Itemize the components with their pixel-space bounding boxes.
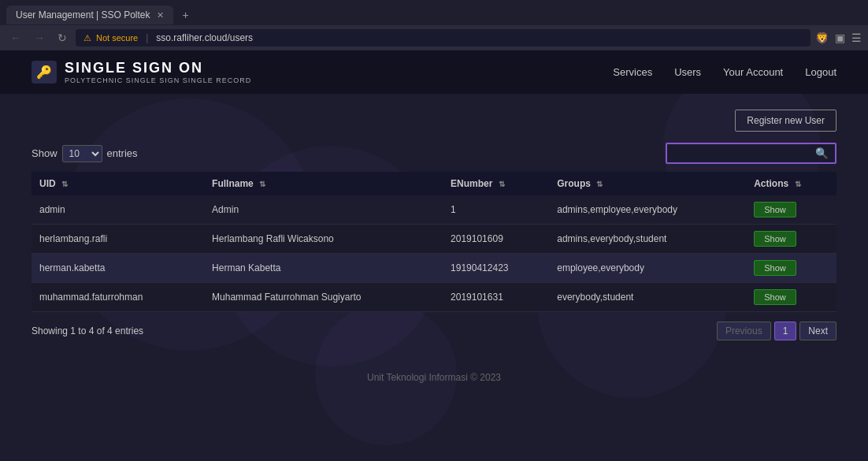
col-uid[interactable]: UID ⇅	[32, 172, 204, 195]
reload-button[interactable]: ↻	[54, 29, 71, 46]
top-bar: Register new User	[32, 110, 836, 132]
forward-button[interactable]: →	[30, 29, 49, 46]
cell-fullname: Muhammad Faturrohman Sugiyarto	[204, 283, 443, 312]
cell-uid: herlambang.rafli	[32, 225, 204, 254]
cell-groups: admins,employee,everybody	[549, 195, 746, 225]
sort-enumber-icon: ⇅	[499, 180, 505, 188]
brave-icon: 🦁	[815, 32, 829, 44]
sort-fullname-icon: ⇅	[259, 180, 265, 188]
brand-title: SINGLE SIGN ON	[65, 60, 251, 76]
separator: |	[146, 32, 148, 43]
table-row: muhammad.faturrohmanMuhammad Faturrohman…	[32, 283, 836, 312]
register-new-user-button[interactable]: Register new User	[735, 110, 836, 132]
table-row: adminAdmin1admins,employee,everybodyShow	[32, 195, 836, 225]
address-bar[interactable]: ⚠ Not secure | sso.rafliher.cloud/users	[76, 29, 811, 46]
nav-services[interactable]: Services	[613, 66, 652, 78]
footer-text: Unit Teknologi Informasi © 2023	[367, 372, 501, 383]
sort-groups-icon: ⇅	[596, 180, 603, 188]
cell-fullname: Admin	[204, 195, 443, 225]
nav-account[interactable]: Your Account	[723, 66, 783, 78]
pagination: Previous 1 Next	[717, 322, 836, 340]
show-user-button[interactable]: Show	[754, 202, 796, 217]
table-body: adminAdmin1admins,employee,everybodyShow…	[32, 195, 836, 312]
table-row: herlambang.rafliHerlambang Rafli Wicakso…	[32, 225, 836, 254]
browser-tab[interactable]: User Management | SSO Poltek ✕	[6, 6, 173, 24]
reader-icon[interactable]: ▣	[835, 32, 845, 44]
cell-enumber: 19190412423	[443, 254, 549, 283]
users-table-wrapper: UID ⇅ Fullname ⇅ ENumber ⇅ Groups ⇅ Acti…	[32, 172, 836, 312]
page-footer: Unit Teknologi Informasi © 2023	[0, 364, 868, 391]
navbar: 🔑 SINGLE SIGN ON POLYTECHNIC SINGLE SIGN…	[0, 50, 868, 94]
nav-links: Services Users Your Account Logout	[613, 66, 836, 78]
brand-subtitle: POLYTECHNIC SINGLE SIGN SINGLE RECORD	[65, 76, 251, 84]
col-fullname[interactable]: Fullname ⇅	[204, 172, 443, 195]
logo-icon: 🔑	[36, 65, 52, 79]
sort-actions-icon: ⇅	[795, 180, 801, 188]
cell-action: Show	[746, 195, 836, 225]
main-content: Register new User Show 10 25 50 100 entr…	[0, 94, 868, 348]
show-label: Show	[32, 147, 57, 159]
brand-logo: 🔑	[32, 61, 57, 84]
col-actions[interactable]: Actions ⇅	[746, 172, 836, 195]
app-container: 🔑 SINGLE SIGN ON POLYTECHNIC SINGLE SIGN…	[0, 50, 868, 460]
nav-logout[interactable]: Logout	[805, 66, 836, 78]
search-button[interactable]: 🔍	[809, 144, 835, 162]
back-button[interactable]: ←	[6, 29, 25, 46]
lock-icon: ⚠	[83, 33, 91, 43]
show-user-button[interactable]: Show	[754, 260, 796, 276]
col-groups[interactable]: Groups ⇅	[549, 172, 746, 195]
col-enumber[interactable]: ENumber ⇅	[443, 172, 549, 195]
sort-uid-icon: ⇅	[61, 180, 68, 188]
controls-row: Show 10 25 50 100 entries 🔍	[32, 143, 836, 164]
menu-icon[interactable]: ☰	[851, 32, 862, 44]
cell-action: Show	[746, 254, 836, 283]
page-1-button[interactable]: 1	[774, 322, 797, 340]
show-user-button[interactable]: Show	[754, 289, 796, 305]
brand-text: SINGLE SIGN ON POLYTECHNIC SINGLE SIGN S…	[65, 60, 251, 84]
search-input[interactable]	[667, 145, 809, 162]
table-row: herman.kabettaHerman Kabetta19190412423e…	[32, 254, 836, 283]
users-table: UID ⇅ Fullname ⇅ ENumber ⇅ Groups ⇅ Acti…	[32, 172, 836, 312]
entries-select[interactable]: 10 25 50 100	[62, 145, 102, 162]
cell-uid: muhammad.faturrohman	[32, 283, 204, 312]
tab-title: User Management | SSO Poltek	[16, 9, 150, 20]
cell-groups: everybody,student	[549, 283, 746, 312]
previous-button[interactable]: Previous	[717, 322, 771, 340]
cell-enumber: 2019101609	[443, 225, 549, 254]
entries-label: entries	[107, 147, 138, 159]
url-text: sso.rafliher.cloud/users	[156, 32, 253, 43]
browser-icons: 🦁 ▣ ☰	[815, 32, 862, 44]
next-button[interactable]: Next	[799, 322, 836, 340]
table-header-row: UID ⇅ Fullname ⇅ ENumber ⇅ Groups ⇅ Acti…	[32, 172, 836, 195]
show-entries-control: Show 10 25 50 100 entries	[32, 145, 138, 162]
cell-groups: admins,everybody,student	[549, 225, 746, 254]
cell-uid: herman.kabetta	[32, 254, 204, 283]
show-user-button[interactable]: Show	[754, 231, 796, 247]
cell-action: Show	[746, 283, 836, 312]
cell-enumber: 2019101631	[443, 283, 549, 312]
tab-close-icon[interactable]: ✕	[157, 10, 164, 20]
table-footer: Showing 1 to 4 of 4 entries Previous 1 N…	[32, 322, 836, 340]
cell-fullname: Herman Kabetta	[204, 254, 443, 283]
showing-info: Showing 1 to 4 of 4 entries	[32, 325, 143, 336]
brand: 🔑 SINGLE SIGN ON POLYTECHNIC SINGLE SIGN…	[32, 60, 251, 84]
cell-uid: admin	[32, 195, 204, 225]
cell-groups: employee,everybody	[549, 254, 746, 283]
not-secure-label: Not secure	[96, 33, 138, 43]
search-box: 🔍	[666, 143, 836, 164]
nav-users[interactable]: Users	[674, 66, 701, 78]
cell-enumber: 1	[443, 195, 549, 225]
cell-fullname: Herlambang Rafli Wicaksono	[204, 225, 443, 254]
new-tab-button[interactable]: +	[176, 5, 195, 25]
cell-action: Show	[746, 225, 836, 254]
